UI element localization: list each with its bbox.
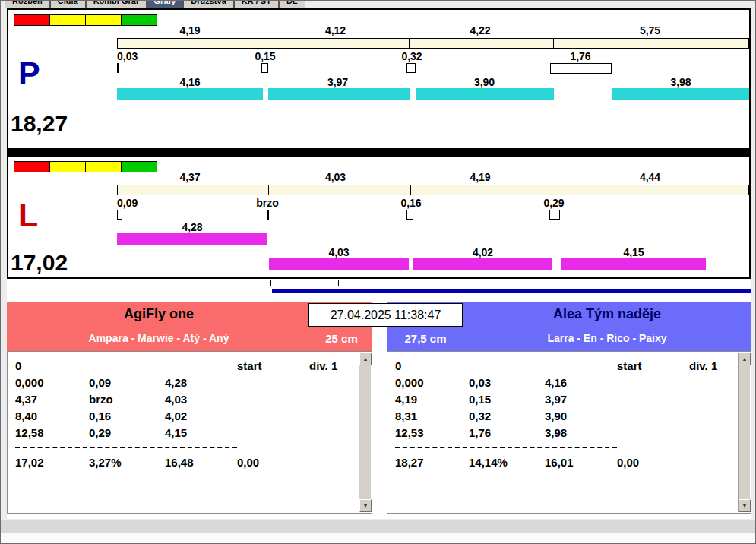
legend-red-swatch	[14, 161, 50, 172]
cell: 12,53	[395, 425, 469, 441]
run-time-label-2: 3,97	[267, 77, 409, 88]
cell: 14,14%	[469, 454, 545, 471]
changeover-label-3: 0,32	[389, 51, 435, 62]
cell: 0,03	[469, 375, 545, 391]
run-bar-4	[561, 258, 706, 270]
table-scrollbar[interactable]: ▲ ▼	[738, 353, 750, 512]
cell	[309, 391, 355, 408]
tab-kr-st[interactable]: KR / ST	[234, 1, 279, 8]
cell: 16,48	[165, 454, 237, 471]
cell: div. 1	[689, 358, 734, 375]
table-row: 8,40 0,16 4,02	[15, 408, 355, 425]
cell	[165, 358, 237, 375]
dog4-total-label: 4,44	[552, 172, 748, 183]
cell	[89, 358, 165, 375]
scroll-down-button[interactable]: ▼	[739, 499, 751, 512]
cell	[469, 358, 545, 375]
cell: 0,32	[469, 408, 545, 425]
legend-yellow-swatch	[49, 161, 86, 172]
cell: 0	[15, 358, 89, 375]
legend-red-swatch	[14, 14, 50, 26]
run-time-label-4: 4,15	[561, 247, 706, 258]
changeover-marker-2	[261, 63, 268, 73]
table-row: 0,000 0,03 4,16	[395, 375, 734, 391]
team-right-lineup: Larra - En - Rico - Paixy	[463, 327, 751, 349]
table-row: 12,53 1,76 3,98	[395, 425, 734, 441]
lane-p-letter: P	[18, 57, 40, 90]
cell	[617, 408, 689, 425]
cell	[617, 375, 689, 391]
app-window: Rozbeh Cidla Kombi Graf Grafy Družstva K…	[0, 0, 756, 544]
changeover-marker-1	[117, 63, 119, 73]
cell: 8,40	[15, 408, 89, 425]
cell	[617, 425, 689, 441]
cell: start	[237, 358, 309, 375]
cell: 8,31	[395, 408, 469, 425]
dog3-total-label: 4,19	[408, 172, 552, 183]
progress-bar	[272, 289, 751, 293]
cell	[545, 358, 617, 375]
cell: 12,58	[15, 425, 89, 441]
cell	[689, 375, 734, 391]
lane-l-panel: 4,37 4,03 4,19 4,44 0,09 brzo 0,16 0,29 …	[7, 155, 751, 279]
table-summary-row: 17,02 3,27% 16,48 0,00	[15, 454, 355, 471]
dog1-total-label: 4,19	[117, 25, 263, 36]
table-scrollbar[interactable]: ▲ ▼	[359, 353, 371, 512]
cell: 4,19	[395, 391, 469, 408]
run-bar-3	[416, 88, 554, 100]
dog2-total-label: 4,12	[263, 25, 408, 36]
legend-yellow-swatch	[49, 14, 86, 26]
segment-divider	[553, 39, 554, 48]
run-bar-2	[268, 88, 410, 100]
run-time-label-1: 4,16	[117, 77, 263, 88]
cell: 16,01	[545, 454, 617, 471]
team-right-name: Alea Tým naděje	[463, 302, 751, 327]
run-bar-3	[413, 258, 552, 270]
table-row: 8,31 0,32 3,90	[395, 408, 734, 425]
table-row: 4,19 0,15 3,97	[395, 391, 734, 408]
tab-druzstva[interactable]: Družstva	[183, 1, 233, 8]
scroll-up-button[interactable]: ▲	[739, 353, 751, 365]
cell	[689, 425, 734, 441]
tab-cidla[interactable]: Cidla	[50, 1, 86, 8]
table-header-row: 0 start div. 1	[395, 358, 734, 375]
tab-grafy[interactable]: Grafy	[147, 1, 184, 8]
run-time-label-1: 4,28	[117, 222, 267, 233]
tab-rozbeh[interactable]: Rozbeh	[5, 1, 50, 8]
scroll-up-button[interactable]: ▲	[359, 353, 372, 365]
cell: 4,15	[165, 425, 237, 441]
cell	[309, 408, 355, 425]
changeover-label-4: 0,29	[531, 198, 577, 209]
scroll-down-button[interactable]: ▼	[359, 499, 372, 512]
cumulative-split-bar	[117, 185, 749, 195]
team-left-jump-height: 25 cm	[311, 327, 372, 349]
team-right-jump-height: 27,5 cm	[391, 327, 460, 349]
tab-dl[interactable]: DL	[279, 1, 305, 8]
run-time-label-4: 3,98	[612, 77, 749, 88]
table-header-row: 0 start div. 1	[15, 358, 355, 375]
cell: 4,37	[15, 391, 89, 408]
cell	[309, 375, 355, 391]
tab-bar: Rozbeh Cidla Kombi Graf Grafy Družstva K…	[5, 1, 305, 8]
cell: 4,16	[545, 375, 617, 391]
cell	[309, 425, 355, 441]
changeover-label-1: 0,09	[117, 198, 163, 209]
cell: 0,16	[89, 408, 165, 425]
cell: brzo	[89, 391, 165, 408]
changeover-marker-2	[267, 210, 269, 220]
team-left-lineup: Ampara - Marwie - Atý - Aný	[7, 327, 311, 349]
cell: 0,00	[237, 454, 309, 471]
lane-l-letter: L	[18, 199, 38, 232]
run-time-label-3: 3,90	[415, 77, 554, 88]
cell	[689, 391, 734, 408]
legend-green-swatch	[121, 14, 157, 26]
team-left-name: AgiFly one	[7, 302, 311, 327]
cell	[689, 408, 734, 425]
changeover-marker-4	[550, 63, 612, 74]
cumulative-split-bar	[117, 38, 749, 49]
changeover-label-1: 0,03	[117, 51, 163, 62]
cell	[309, 454, 355, 471]
cell: 3,97	[545, 391, 617, 408]
segment-divider	[410, 185, 411, 195]
tab-kombi-graf[interactable]: Kombi Graf	[86, 1, 147, 8]
